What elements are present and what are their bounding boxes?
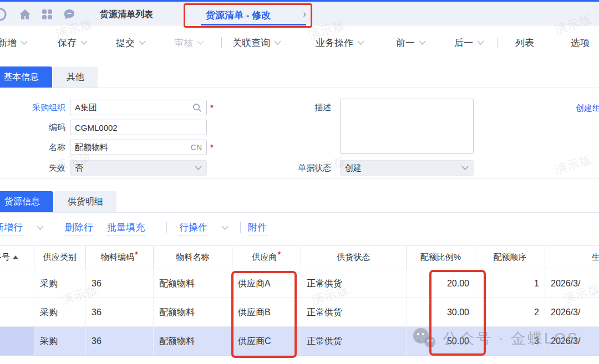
options-button[interactable]: 选项 [571,37,590,49]
options-label: 选项 [571,37,590,49]
related-query-label: 关联查询 [232,37,270,49]
save-button[interactable]: 保存 [58,37,88,49]
divider [0,88,599,88]
submit-button[interactable]: 提交 [116,37,146,49]
chevron-down-icon[interactable] [37,225,44,230]
code-field[interactable]: CGML0002 [70,120,207,135]
audit-label: 审核 [174,37,193,49]
name-label: 名称 [0,140,65,155]
chevron-down-icon [80,40,88,45]
cell-supply-status: 正常供货 [301,327,407,356]
table-row[interactable]: 采购 36 配额物料 供应商A 正常供货 20.00 1 2026/3/ [0,269,599,298]
toolbar-separator [221,37,222,48]
chevron-down-icon [21,40,28,45]
table-row-selected[interactable]: 采购 36 配额物料 供应商C 正常供货 50.00 3 2026/3/ [0,327,599,356]
column-header-quota-pct[interactable]: 配额比例% [407,246,475,269]
column-label: 序号 [0,252,10,263]
batch-fill-button[interactable]: 批量填充 [107,221,145,235]
chevron-down-icon[interactable] [221,225,229,230]
cell-material-code: 36 [86,298,154,327]
cell-supply-type: 采购 [34,327,86,356]
required-marker: * [278,249,281,259]
divider [0,178,599,179]
apps-icon[interactable] [40,8,54,21]
purchase-org-value: A集团 [75,102,192,113]
chevron-down-icon [195,166,202,171]
table-row[interactable]: 采购 36 配额物料 供应商B 正常供货 30.00 2 2026/3/ [0,298,599,327]
cell-material-code: 36 [86,327,154,356]
attachment-button[interactable]: 附件 [248,221,267,235]
cell-material-name: 配额物料 [154,298,232,327]
tab-source-list[interactable]: 货源清单列表 [100,9,153,20]
doc-status-select[interactable]: 创建 [340,160,474,176]
tab-source-modify[interactable]: 货源清单 - 修改 [206,9,271,22]
description-textarea[interactable] [340,99,474,154]
next-button[interactable]: 后一 [454,37,484,49]
cell-quota-order: 1 [475,269,545,298]
purchase-org-field[interactable]: A集团 [70,100,207,115]
column-header-seq[interactable]: 序号 [0,246,34,269]
cell-material-code: 36 [86,269,154,298]
related-query-button[interactable]: 关联查询 [232,37,281,49]
cell-seq [0,269,34,298]
delete-row-button[interactable]: 删除行 [65,221,93,235]
save-label: 保存 [58,37,77,49]
purchase-org-label[interactable]: 采购组织 [0,100,65,115]
doc-status-value: 创建 [345,163,461,173]
cell-material-name: 配额物料 [154,327,232,356]
cell-supplier: 供应商A [232,269,301,298]
column-header-effective-date[interactable]: 生效日期 [545,246,599,269]
tab-other[interactable]: 其他 [53,66,98,88]
audit-button[interactable]: 审核 [174,37,204,49]
cell-effective-date: 2026/3/ [545,298,599,327]
add-row-button[interactable]: 新增行 [0,221,23,235]
invalid-label: 失效 [0,160,65,176]
column-header-material-code[interactable]: 物料编码* [86,246,154,269]
list-label: 列表 [515,37,534,49]
name-locale-badge[interactable]: CN [191,143,202,152]
invalid-select[interactable]: 否 [70,160,207,176]
tab-other-label: 其他 [67,71,84,83]
row-ops-button[interactable]: 行操作 [179,221,207,235]
description-label: 描述 [265,100,331,115]
top-tab-strip: 货源清单列表 货源清单 - 修改 › [0,0,599,25]
column-label: 供应商 [252,252,277,263]
required-marker: * [135,249,138,259]
column-header-material-name[interactable]: 物料名称 [154,246,232,269]
tab-supply-detail[interactable]: 供货明细 [54,191,116,212]
cell-supply-status: 正常供货 [301,298,407,327]
clipped-nav-icon[interactable] [0,8,7,21]
tab-basic-info[interactable]: 基本信息 [0,66,52,88]
column-header-supply-status[interactable]: 供货状态 [301,246,407,269]
source-tabs: 货源信息 供货明细 [0,191,116,212]
column-label: 供货状态 [337,252,370,263]
cell-quota-pct: 30.00 [407,298,475,327]
chevron-down-icon [274,40,281,45]
chevron-down-icon [197,40,204,45]
column-label: 物料名称 [176,252,210,263]
name-field[interactable]: 配额物料 CN [70,140,207,155]
column-label: 配额顺序 [494,252,527,263]
home-icon[interactable] [18,8,32,21]
tab-source-info[interactable]: 货源信息 [0,191,53,212]
column-header-supplier[interactable]: 供应商* [232,246,301,269]
create-org-link[interactable]: 创建组织 [576,103,599,114]
chevron-down-icon [357,40,364,45]
tab-scroll-chevron-icon[interactable]: › [303,8,306,20]
cell-seq [0,298,34,327]
new-button[interactable]: 新增 [0,37,28,49]
chevron-down-icon [461,166,469,171]
search-icon[interactable] [192,103,202,112]
cell-quota-pct: 20.00 [407,269,475,298]
list-button[interactable]: 列表 [515,37,534,49]
column-header-quota-order[interactable]: 配额顺序 [475,246,545,269]
prev-label: 前一 [396,37,415,49]
cell-supplier: 供应商B [232,298,301,327]
business-ops-button[interactable]: 业务操作 [316,37,364,49]
message-icon[interactable] [63,8,76,21]
prev-button[interactable]: 前一 [396,37,426,49]
business-ops-label: 业务操作 [316,37,353,49]
column-label: 生效日期 [592,252,599,263]
column-header-supply-type[interactable]: 供应类别 [34,246,86,269]
required-marker: * [210,100,214,115]
